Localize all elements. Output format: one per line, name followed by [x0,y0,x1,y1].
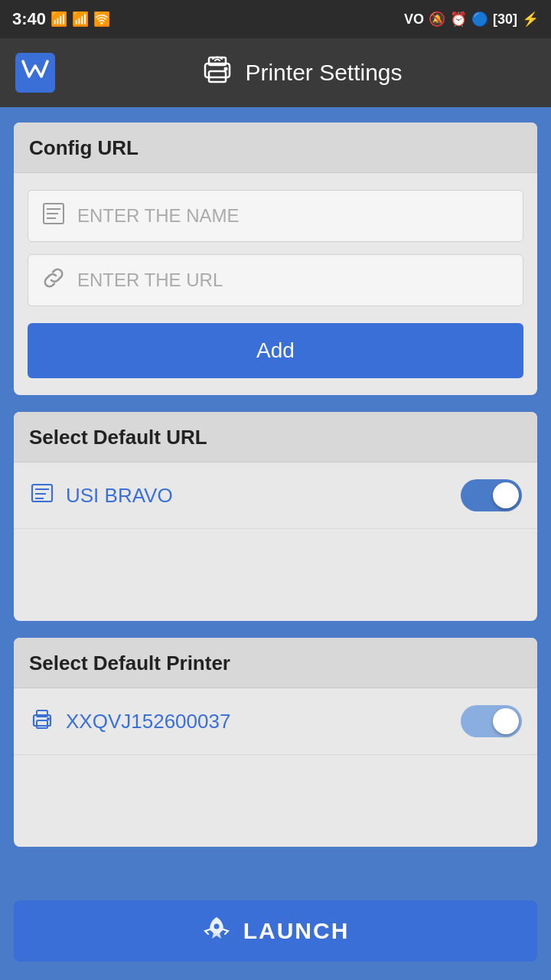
launch-button[interactable]: LAUNCH [14,900,537,962]
url-list-label-0: USI BRAVO [66,484,450,508]
alarm-icon: ⏰ [450,11,467,28]
select-default-printer-header: Select Default Printer [14,638,537,688]
app-logo [15,53,55,93]
printer-list-item-0: XXQVJ152600037 [14,688,537,755]
status-right: VO 🔕 ⏰ 🔵 [30] ⚡ [404,11,539,28]
config-url-body: Add [14,173,537,395]
url-list-icon-0 [29,482,55,510]
status-bar: 3:40 📶 📶 🛜 VO 🔕 ⏰ 🔵 [30] ⚡ [0,0,551,38]
printer-list-label-0: XXQVJ152600037 [66,710,450,733]
status-left: 3:40 📶 📶 🛜 [12,9,110,29]
bottom-bar: LAUNCH [0,888,551,980]
bluetooth-icon: 🔵 [471,11,488,28]
app-bar-center: Printer Settings [67,53,536,93]
logo-text [21,60,49,86]
add-button[interactable]: Add [28,323,523,378]
select-default-url-card: Select Default URL USI BRAVO [14,412,537,621]
url-list-item-0: USI BRAVO [14,462,537,529]
battery-percent: 30 [497,11,513,27]
url-toggle-0[interactable] [461,479,522,511]
wifi-icon: 📶 [72,11,89,28]
charging-icon: ⚡ [522,11,539,28]
url-list-spacer [14,529,537,621]
volte-icon: VO [404,11,424,28]
launch-label: LAUNCH [243,918,350,944]
svg-point-15 [47,717,50,720]
url-input[interactable] [77,270,510,291]
config-url-header: Config URL [14,122,537,173]
url-input-row [28,254,523,306]
mute-icon: 🔕 [429,11,445,28]
main-content: Config URL [0,107,551,888]
rocket-icon [202,914,231,949]
name-input-row [28,190,523,242]
config-url-card: Config URL [14,122,537,395]
printer-list-icon-0 [29,707,55,736]
wifi-strength-icon: 🛜 [93,11,110,28]
svg-point-16 [214,923,219,929]
app-bar-title: Printer Settings [245,60,402,86]
svg-point-3 [224,67,228,70]
battery-level: [30] [493,11,517,28]
printer-icon [201,53,234,93]
name-icon [41,201,67,231]
printer-list-spacer [14,755,537,847]
signal-icon: 📶 [51,11,67,28]
status-time: 3:40 [12,9,46,29]
svg-rect-14 [37,720,47,728]
printer-toggle-0[interactable] [461,705,522,737]
select-default-url-header: Select Default URL [14,412,537,462]
select-default-printer-card: Select Default Printer XXQVJ152600037 [14,638,537,847]
app-bar: Printer Settings [0,38,551,107]
link-icon [41,266,67,296]
name-input[interactable] [77,205,510,227]
